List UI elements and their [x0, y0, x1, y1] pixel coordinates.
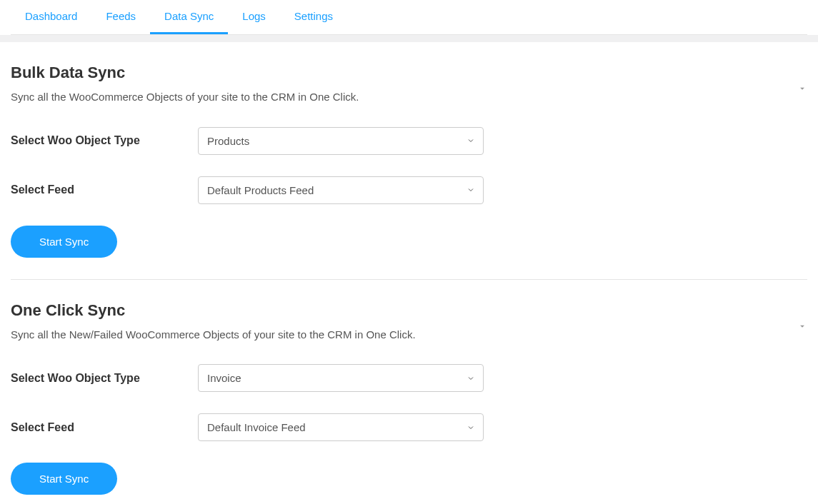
one-click-feed-label: Select Feed: [11, 421, 198, 434]
bulk-object-type-select[interactable]: Products: [198, 127, 484, 155]
bulk-start-sync-button[interactable]: Start Sync: [11, 226, 117, 258]
bulk-data-sync-section: Bulk Data Sync Sync all the WooCommerce …: [11, 64, 807, 279]
tab-feeds[interactable]: Feeds: [91, 0, 150, 34]
tab-logs[interactable]: Logs: [228, 0, 280, 34]
one-click-title: One Click Sync: [11, 301, 797, 320]
tab-settings[interactable]: Settings: [280, 0, 347, 34]
bulk-sync-description: Sync all the WooCommerce Objects of your…: [11, 89, 797, 106]
one-click-object-type-select[interactable]: Invoice: [198, 364, 484, 392]
one-click-feed-select[interactable]: Default Invoice Feed: [198, 413, 484, 441]
bulk-sync-title: Bulk Data Sync: [11, 64, 797, 82]
one-click-object-type-label: Select Woo Object Type: [11, 372, 198, 385]
tab-data-sync[interactable]: Data Sync: [150, 0, 228, 34]
bulk-object-type-label: Select Woo Object Type: [11, 134, 198, 147]
tabs-nav: Dashboard Feeds Data Sync Logs Settings: [11, 0, 807, 35]
bulk-feed-select[interactable]: Default Products Feed: [198, 176, 484, 204]
collapse-toggle-icon[interactable]: [797, 64, 807, 96]
tab-dashboard[interactable]: Dashboard: [11, 0, 91, 34]
bulk-feed-label: Select Feed: [11, 183, 198, 196]
one-click-sync-section: One Click Sync Sync all the New/Failed W…: [11, 279, 807, 505]
one-click-start-sync-button[interactable]: Start Sync: [11, 463, 117, 495]
one-click-description: Sync all the New/Failed WooCommerce Obje…: [11, 327, 797, 343]
collapse-toggle-icon[interactable]: [797, 301, 807, 333]
